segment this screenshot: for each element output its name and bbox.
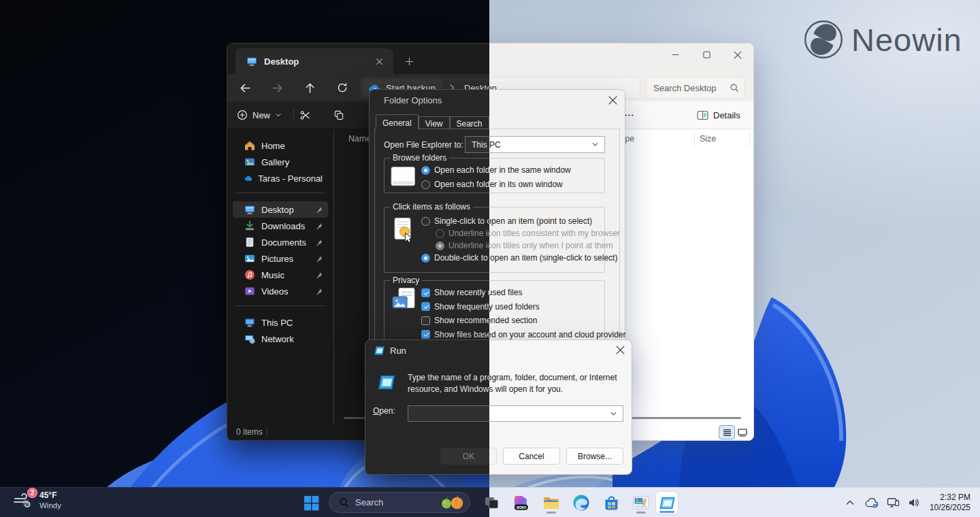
details-pane-label: Details bbox=[713, 110, 740, 120]
tab-general[interactable]: General bbox=[376, 114, 419, 129]
taskbar-clock[interactable]: 2:32 PM 10/26/2025 bbox=[930, 493, 970, 513]
cut-button[interactable] bbox=[299, 105, 311, 125]
pin-icon bbox=[315, 271, 323, 279]
taskbar-app-file-explorer[interactable] bbox=[540, 491, 563, 514]
neowin-logo-mark-icon bbox=[803, 19, 844, 60]
taskbar-app-store[interactable] bbox=[600, 491, 623, 514]
sidebar-separator bbox=[235, 193, 325, 193]
column-separator[interactable] bbox=[694, 133, 695, 146]
sidebar-item-label: Documents bbox=[261, 237, 309, 248]
browse-folders-group-title: Browse folders bbox=[390, 153, 449, 163]
details-pane-icon bbox=[697, 110, 708, 120]
new-tab-button[interactable] bbox=[399, 52, 419, 71]
weather-widget[interactable]: 2 45°F Windy bbox=[12, 490, 61, 510]
single-click-icon bbox=[392, 217, 415, 246]
details-view-icon bbox=[723, 429, 732, 437]
sidebar-item-gallery[interactable]: Gallery bbox=[233, 154, 328, 170]
desktop-icon bbox=[246, 56, 257, 67]
weather-badge: 2 bbox=[27, 488, 37, 498]
window-caption-buttons bbox=[659, 44, 753, 66]
this-pc-icon bbox=[244, 317, 255, 328]
sidebar-item-videos[interactable]: Videos bbox=[233, 283, 328, 299]
sidebar-item-label: Desktop bbox=[261, 205, 309, 215]
videos-icon bbox=[244, 286, 255, 297]
radio-icon bbox=[421, 217, 430, 226]
folder-options-tabs: General View Search bbox=[376, 114, 489, 129]
tab-view[interactable]: View bbox=[419, 116, 450, 129]
explorer-tab-desktop[interactable]: Desktop bbox=[235, 48, 393, 74]
network-icon bbox=[244, 333, 255, 344]
ok-button[interactable]: OK bbox=[440, 448, 497, 465]
refresh-button[interactable] bbox=[332, 78, 353, 98]
plus-icon bbox=[405, 57, 414, 66]
radio-icon bbox=[421, 180, 430, 189]
maximize-button[interactable] bbox=[691, 44, 722, 66]
back-button[interactable] bbox=[235, 78, 255, 98]
cancel-button[interactable]: Cancel bbox=[503, 448, 560, 465]
sidebar-item-home[interactable]: Home bbox=[233, 137, 328, 154]
sidebar-item-onedrive[interactable]: Taras - Personal bbox=[233, 170, 328, 186]
checkbox-icon bbox=[421, 316, 430, 325]
sidebar-item-label: Taras - Personal bbox=[258, 173, 323, 184]
weather-temperature: 45°F bbox=[39, 490, 61, 501]
sidebar-item-desktop[interactable]: Desktop bbox=[233, 201, 328, 218]
sidebar-item-music[interactable]: Music bbox=[233, 267, 328, 283]
browse-folders-icon bbox=[391, 166, 416, 187]
tab-close-icon[interactable] bbox=[372, 54, 387, 69]
copy-button[interactable] bbox=[333, 105, 344, 125]
photos-icon bbox=[632, 494, 650, 512]
close-icon[interactable] bbox=[608, 95, 618, 105]
weather-condition: Windy bbox=[39, 501, 61, 510]
minimize-button[interactable] bbox=[659, 44, 691, 66]
pin-icon bbox=[315, 288, 323, 295]
up-button[interactable] bbox=[299, 78, 320, 98]
sidebar-item-documents[interactable]: Documents bbox=[233, 234, 328, 250]
microsoft-edge-icon bbox=[572, 494, 590, 512]
large-icons-view-toggle[interactable] bbox=[734, 425, 751, 439]
taskbar-app-run[interactable] bbox=[655, 491, 679, 514]
pin-icon bbox=[315, 255, 323, 263]
microsoft-store-icon bbox=[603, 495, 620, 512]
sidebar-item-label: Gallery bbox=[261, 157, 323, 167]
column-separator[interactable] bbox=[749, 133, 750, 146]
taskbar-search-box[interactable]: Search bbox=[329, 492, 470, 513]
arrow-left-icon bbox=[240, 82, 251, 94]
running-indicator bbox=[546, 512, 556, 514]
open-file-explorer-to-label: Open File Explorer to: bbox=[384, 140, 463, 150]
network-tray-icon[interactable] bbox=[885, 494, 902, 512]
browse-button[interactable]: Browse... bbox=[566, 448, 623, 465]
sidebar-item-network[interactable]: Network bbox=[233, 331, 328, 347]
start-button[interactable] bbox=[299, 491, 323, 514]
column-header-size[interactable]: Size bbox=[700, 134, 716, 144]
pictures-icon bbox=[244, 253, 255, 264]
tray-chevron-up-icon[interactable] bbox=[841, 494, 859, 512]
sidebar-item-pictures[interactable]: Pictures bbox=[233, 250, 328, 267]
radio-disabled-selected-icon bbox=[436, 241, 444, 250]
window-close-button[interactable] bbox=[722, 44, 753, 66]
taskbar-app-edge[interactable] bbox=[570, 491, 593, 514]
ellipsis-icon bbox=[624, 110, 634, 120]
taskbar-app-m365-copilot[interactable]: M365 bbox=[510, 491, 533, 514]
volume-tray-icon[interactable] bbox=[905, 494, 923, 512]
column-header-name[interactable]: Name bbox=[348, 134, 371, 144]
taskbar-app-photos[interactable] bbox=[630, 491, 653, 514]
new-button[interactable]: New bbox=[237, 105, 282, 125]
see-more-button[interactable] bbox=[624, 105, 634, 125]
sidebar-item-label: Videos bbox=[261, 286, 309, 297]
sidebar-item-this-pc[interactable]: This PC bbox=[233, 314, 328, 331]
scissors-icon bbox=[299, 110, 311, 121]
sidebar-item-label: Home bbox=[261, 141, 323, 151]
details-pane-toggle[interactable]: Details bbox=[697, 105, 740, 125]
close-icon[interactable] bbox=[615, 345, 625, 355]
onedrive-tray-icon[interactable] bbox=[863, 494, 881, 512]
radio-selected-icon bbox=[421, 254, 430, 263]
forward-button[interactable] bbox=[267, 78, 287, 98]
tab-search[interactable]: Search bbox=[450, 116, 489, 129]
details-view-toggle[interactable] bbox=[719, 425, 735, 439]
explorer-search-box[interactable]: Search Desktop bbox=[646, 77, 745, 99]
dialog-title: Folder Options bbox=[384, 95, 442, 105]
sidebar-item-downloads[interactable]: Downloads bbox=[233, 218, 328, 234]
privacy-group-title: Privacy bbox=[390, 276, 422, 285]
plus-circle-icon bbox=[237, 110, 248, 120]
click-items-group-title: Click items as follows bbox=[390, 202, 473, 212]
